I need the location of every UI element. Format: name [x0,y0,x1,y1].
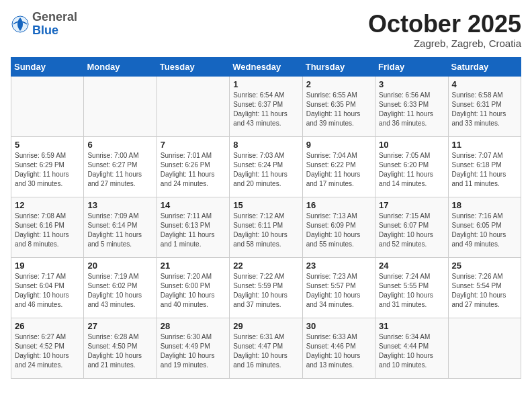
day-number: 27 [87,321,152,331]
calendar-cell [157,76,229,136]
day-info: Sunrise: 7:23 AM Sunset: 5:57 PM Dayligh… [306,272,371,310]
day-of-week-header: Sunday [11,57,84,76]
day-number: 14 [161,200,226,210]
calendar-cell: 10Sunrise: 7:05 AM Sunset: 6:20 PM Dayli… [375,136,448,197]
day-info: Sunrise: 7:24 AM Sunset: 5:55 PM Dayligh… [379,272,444,310]
day-info: Sunrise: 6:54 AM Sunset: 6:37 PM Dayligh… [233,91,298,128]
day-number: 11 [452,140,517,150]
day-number: 25 [452,261,517,271]
day-number: 15 [233,200,298,210]
day-info: Sunrise: 6:33 AM Sunset: 4:46 PM Dayligh… [306,332,371,370]
day-number: 24 [379,261,444,271]
day-number: 8 [233,140,298,150]
day-info: Sunrise: 6:27 AM Sunset: 4:52 PM Dayligh… [15,332,80,370]
day-of-week-header: Friday [375,57,448,76]
day-number: 17 [379,200,444,210]
day-info: Sunrise: 7:04 AM Sunset: 6:22 PM Dayligh… [306,151,371,189]
day-info: Sunrise: 7:07 AM Sunset: 6:18 PM Dayligh… [452,151,517,189]
day-info: Sunrise: 7:17 AM Sunset: 6:04 PM Dayligh… [15,272,80,310]
calendar-cell: 21Sunrise: 7:20 AM Sunset: 6:00 PM Dayli… [157,257,229,318]
day-info: Sunrise: 7:01 AM Sunset: 6:26 PM Dayligh… [161,151,226,189]
day-number: 5 [15,140,80,150]
day-number: 29 [233,321,298,331]
day-info: Sunrise: 7:16 AM Sunset: 6:05 PM Dayligh… [452,212,517,249]
day-number: 23 [306,261,371,271]
day-number: 2 [306,79,371,89]
day-number: 13 [87,200,152,210]
logo-general: General [32,11,77,24]
day-number: 20 [87,261,152,271]
calendar-cell: 17Sunrise: 7:15 AM Sunset: 6:07 PM Dayli… [375,197,448,257]
calendar-header: SundayMondayTuesdayWednesdayThursdayFrid… [11,57,521,76]
calendar-cell: 11Sunrise: 7:07 AM Sunset: 6:18 PM Dayli… [448,136,521,197]
day-number: 19 [15,261,80,271]
calendar-cell: 14Sunrise: 7:11 AM Sunset: 6:13 PM Dayli… [157,197,229,257]
day-number: 31 [379,321,444,331]
calendar-cell: 1Sunrise: 6:54 AM Sunset: 6:37 PM Daylig… [230,76,302,136]
days-of-week-row: SundayMondayTuesdayWednesdayThursdayFrid… [11,57,521,76]
day-of-week-header: Wednesday [230,57,302,76]
calendar-cell: 9Sunrise: 7:04 AM Sunset: 6:22 PM Daylig… [302,136,375,197]
calendar-cell: 25Sunrise: 7:26 AM Sunset: 5:54 PM Dayli… [448,257,521,318]
calendar-cell: 22Sunrise: 7:22 AM Sunset: 5:59 PM Dayli… [230,257,302,318]
day-info: Sunrise: 7:22 AM Sunset: 5:59 PM Dayligh… [233,272,298,310]
location: Zagreb, Zagreb, Croatia [368,38,521,49]
month-title: October 2025 [368,11,521,38]
calendar-cell: 16Sunrise: 7:13 AM Sunset: 6:09 PM Dayli… [302,197,375,257]
day-info: Sunrise: 6:55 AM Sunset: 6:35 PM Dayligh… [306,91,371,128]
calendar-cell: 19Sunrise: 7:17 AM Sunset: 6:04 PM Dayli… [11,257,84,318]
day-info: Sunrise: 6:28 AM Sunset: 4:50 PM Dayligh… [87,332,152,370]
calendar-body: 1Sunrise: 6:54 AM Sunset: 6:37 PM Daylig… [11,76,521,378]
logo-icon [11,15,30,34]
calendar-cell: 18Sunrise: 7:16 AM Sunset: 6:05 PM Dayli… [448,197,521,257]
day-info: Sunrise: 6:58 AM Sunset: 6:31 PM Dayligh… [452,91,517,128]
calendar-cell: 26Sunrise: 6:27 AM Sunset: 4:52 PM Dayli… [11,318,84,378]
day-info: Sunrise: 7:00 AM Sunset: 6:27 PM Dayligh… [87,151,152,189]
day-number: 30 [306,321,371,331]
calendar-cell: 31Sunrise: 6:34 AM Sunset: 4:44 PM Dayli… [375,318,448,378]
calendar-week-row: 19Sunrise: 7:17 AM Sunset: 6:04 PM Dayli… [11,257,521,318]
calendar-cell: 29Sunrise: 6:31 AM Sunset: 4:47 PM Dayli… [230,318,302,378]
calendar-cell: 5Sunrise: 6:59 AM Sunset: 6:29 PM Daylig… [11,136,84,197]
day-info: Sunrise: 7:26 AM Sunset: 5:54 PM Dayligh… [452,272,517,310]
day-number: 18 [452,200,517,210]
day-number: 26 [15,321,80,331]
day-number: 16 [306,200,371,210]
calendar-cell: 3Sunrise: 6:56 AM Sunset: 6:33 PM Daylig… [375,76,448,136]
calendar-cell: 2Sunrise: 6:55 AM Sunset: 6:35 PM Daylig… [302,76,375,136]
day-info: Sunrise: 7:05 AM Sunset: 6:20 PM Dayligh… [379,151,444,189]
calendar-cell: 24Sunrise: 7:24 AM Sunset: 5:55 PM Dayli… [375,257,448,318]
logo: General Blue [11,11,77,38]
calendar-week-row: 12Sunrise: 7:08 AM Sunset: 6:16 PM Dayli… [11,197,521,257]
day-number: 22 [233,261,298,271]
day-of-week-header: Monday [84,57,157,76]
day-number: 1 [233,79,298,89]
title-block: October 2025 Zagreb, Zagreb, Croatia [368,11,521,49]
calendar-cell: 20Sunrise: 7:19 AM Sunset: 6:02 PM Dayli… [84,257,157,318]
calendar-cell: 15Sunrise: 7:12 AM Sunset: 6:11 PM Dayli… [230,197,302,257]
day-info: Sunrise: 6:30 AM Sunset: 4:49 PM Dayligh… [161,332,226,370]
day-number: 4 [452,79,517,89]
day-info: Sunrise: 6:56 AM Sunset: 6:33 PM Dayligh… [379,91,444,128]
day-info: Sunrise: 7:09 AM Sunset: 6:14 PM Dayligh… [87,212,152,249]
calendar-cell: 4Sunrise: 6:58 AM Sunset: 6:31 PM Daylig… [448,76,521,136]
day-info: Sunrise: 7:20 AM Sunset: 6:00 PM Dayligh… [161,272,226,310]
day-info: Sunrise: 6:31 AM Sunset: 4:47 PM Dayligh… [233,332,298,370]
calendar-cell: 13Sunrise: 7:09 AM Sunset: 6:14 PM Dayli… [84,197,157,257]
calendar-cell: 7Sunrise: 7:01 AM Sunset: 6:26 PM Daylig… [157,136,229,197]
day-info: Sunrise: 6:34 AM Sunset: 4:44 PM Dayligh… [379,332,444,370]
day-info: Sunrise: 7:08 AM Sunset: 6:16 PM Dayligh… [15,212,80,249]
day-number: 21 [161,261,226,271]
calendar-cell: 8Sunrise: 7:03 AM Sunset: 6:24 PM Daylig… [230,136,302,197]
calendar-cell: 28Sunrise: 6:30 AM Sunset: 4:49 PM Dayli… [157,318,229,378]
day-info: Sunrise: 7:13 AM Sunset: 6:09 PM Dayligh… [306,212,371,249]
day-number: 10 [379,140,444,150]
calendar-cell: 23Sunrise: 7:23 AM Sunset: 5:57 PM Dayli… [302,257,375,318]
day-info: Sunrise: 7:12 AM Sunset: 6:11 PM Dayligh… [233,212,298,249]
day-number: 3 [379,79,444,89]
day-info: Sunrise: 7:15 AM Sunset: 6:07 PM Dayligh… [379,212,444,249]
calendar-cell [11,76,84,136]
calendar-week-row: 26Sunrise: 6:27 AM Sunset: 4:52 PM Dayli… [11,318,521,378]
day-number: 7 [161,140,226,150]
calendar-week-row: 1Sunrise: 6:54 AM Sunset: 6:37 PM Daylig… [11,76,521,136]
